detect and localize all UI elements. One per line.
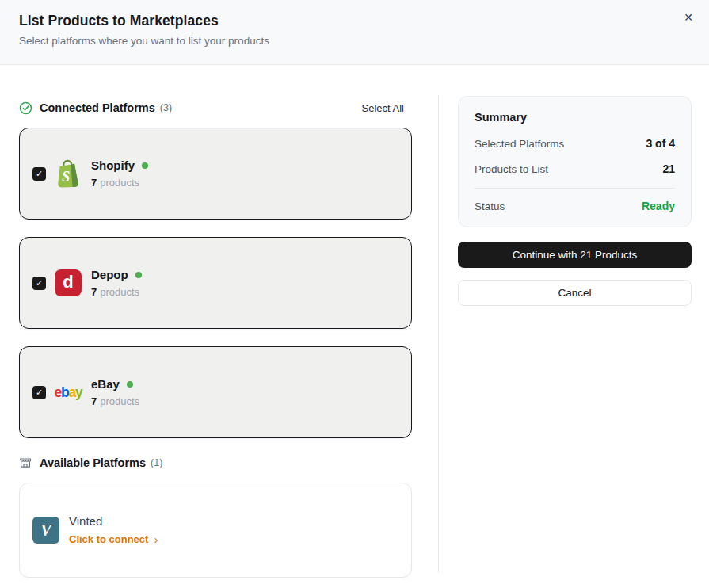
platform-name: Vinted bbox=[69, 514, 102, 528]
connected-platforms-count: (3) bbox=[160, 102, 172, 113]
platform-name: eBay bbox=[91, 377, 120, 391]
platform-card-vinted[interactable]: V Vinted Click to connect › bbox=[19, 483, 412, 578]
connected-status-dot bbox=[135, 272, 142, 278]
product-count: 7products bbox=[91, 286, 142, 298]
depop-logo-icon: d bbox=[55, 269, 82, 297]
close-button[interactable]: ✕ bbox=[679, 8, 698, 27]
platforms-column: Connected Platforms (3) Select All ✓ bbox=[0, 65, 438, 588]
cancel-button[interactable]: Cancel bbox=[458, 280, 692, 306]
check-icon: ✓ bbox=[36, 388, 43, 398]
close-icon: ✕ bbox=[684, 11, 693, 24]
summary-row-status: Status Ready bbox=[475, 200, 675, 212]
platform-card-depop[interactable]: ✓ d Depop 7products bbox=[19, 237, 412, 329]
click-to-connect-link[interactable]: Click to connect › bbox=[69, 533, 158, 546]
status-badge: Ready bbox=[642, 200, 675, 212]
select-all-button[interactable]: Select All bbox=[362, 102, 404, 114]
list-products-modal: List Products to Marketplaces Select pla… bbox=[0, 0, 709, 588]
continue-button[interactable]: Continue with 21 Products bbox=[458, 242, 692, 268]
connected-status-dot bbox=[127, 381, 133, 388]
summary-column: Summary Selected Platforms 3 of 4 Produc… bbox=[438, 65, 709, 588]
product-count: 7products bbox=[91, 177, 148, 189]
check-icon: ✓ bbox=[36, 278, 43, 288]
summary-divider bbox=[475, 188, 675, 189]
connected-platforms-title: Connected Platforms bbox=[40, 101, 155, 114]
product-count: 7products bbox=[91, 395, 139, 407]
summary-row-products-to-list: Products to List 21 bbox=[475, 162, 675, 175]
storefront-icon bbox=[19, 456, 32, 470]
platform-card-shopify[interactable]: ✓ S Shopify bbox=[19, 128, 412, 220]
check-circle-icon bbox=[19, 101, 32, 115]
platform-name: Shopify bbox=[91, 158, 135, 172]
shopify-checkbox[interactable]: ✓ bbox=[32, 167, 46, 181]
shopify-logo-icon: S bbox=[55, 159, 82, 188]
modal-content: Connected Platforms (3) Select All ✓ bbox=[0, 65, 709, 588]
vinted-logo-icon: V bbox=[32, 516, 59, 544]
platform-card-ebay[interactable]: ✓ ebay eBay 7products bbox=[19, 346, 412, 438]
depop-checkbox[interactable]: ✓ bbox=[32, 277, 46, 290]
summary-card: Summary Selected Platforms 3 of 4 Produc… bbox=[458, 96, 692, 227]
connected-status-dot bbox=[142, 162, 148, 169]
svg-text:S: S bbox=[62, 169, 70, 185]
connected-platforms-header: Connected Platforms (3) Select All bbox=[19, 101, 412, 115]
summary-title: Summary bbox=[475, 111, 675, 124]
vertical-divider bbox=[438, 95, 439, 572]
available-platforms-count: (1) bbox=[151, 457, 162, 468]
chevron-right-icon: › bbox=[154, 533, 158, 546]
ebay-checkbox[interactable]: ✓ bbox=[32, 386, 46, 399]
page-subtitle: Select platforms where you want to list … bbox=[19, 35, 690, 47]
available-platforms-header: Available Platforms (1) bbox=[19, 456, 412, 470]
platform-name: Depop bbox=[91, 268, 128, 281]
check-icon: ✓ bbox=[36, 169, 43, 179]
summary-row-selected-platforms: Selected Platforms 3 of 4 bbox=[475, 137, 675, 150]
page-title: List Products to Marketplaces bbox=[19, 13, 690, 29]
available-platforms-title: Available Platforms bbox=[40, 456, 146, 469]
modal-header: List Products to Marketplaces Select pla… bbox=[0, 0, 709, 65]
ebay-logo-icon: ebay bbox=[55, 378, 82, 407]
